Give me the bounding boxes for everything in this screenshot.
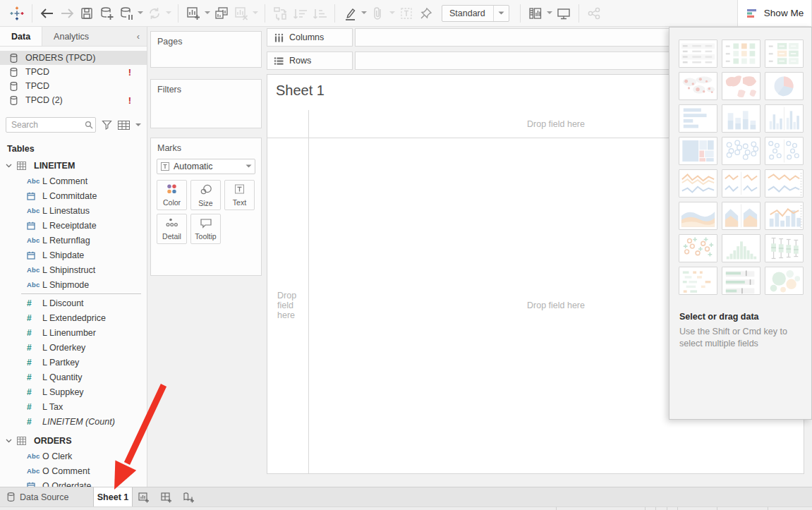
showme-thumb-text-table[interactable] [679, 40, 717, 68]
showme-thumb-side-by-side-bars[interactable] [765, 104, 804, 133]
field-l-partkey[interactable]: #L Partkey [0, 355, 147, 370]
field-l-linenumber[interactable]: #L Linenumber [0, 325, 147, 340]
showme-thumb-heat-map[interactable] [765, 40, 804, 68]
group-members-caret-icon[interactable] [388, 4, 396, 23]
run-update-caret-icon[interactable] [164, 4, 173, 23]
new-story-tab-button[interactable] [178, 487, 200, 506]
field-o-orderdate[interactable]: O Orderdate [0, 478, 147, 487]
datasource-item[interactable]: TPCD [0, 79, 147, 93]
new-worksheet-caret-icon[interactable] [203, 4, 212, 23]
showme-thumb-dual-combination[interactable] [765, 202, 804, 230]
field-l-commitdate[interactable]: L Commitdate [0, 188, 147, 203]
filters-card[interactable]: Filters [150, 79, 262, 128]
highlight-button[interactable] [340, 4, 360, 23]
showme-thumb-bullet-graph[interactable] [722, 267, 761, 295]
search-input[interactable] [6, 117, 96, 133]
showme-thumb-packed-bubbles[interactable] [765, 267, 804, 295]
clear-sheet-caret-icon[interactable] [251, 4, 260, 23]
field-l-shipinstruct[interactable]: AbcL Shipinstruct [0, 262, 147, 277]
field-l-returnflag[interactable]: AbcL Returnflag [0, 233, 147, 248]
showme-thumb-lines-discrete[interactable] [722, 169, 761, 198]
text-button[interactable]: Text [224, 180, 255, 210]
showme-thumb-scatter-plot[interactable] [679, 234, 717, 262]
new-worksheet-tab-button[interactable] [133, 487, 155, 506]
field-l-receiptdate[interactable]: L Receiptdate [0, 218, 147, 233]
table-header-orders[interactable]: ORDERS [0, 433, 147, 449]
datasource-item[interactable]: TPCD (2)! [0, 93, 147, 107]
showme-thumb-horizontal-bars[interactable] [679, 104, 717, 133]
field-l-linestatus[interactable]: AbcL Linestatus [0, 203, 147, 218]
showme-thumb-area-continuous[interactable] [679, 202, 717, 230]
field-o-clerk[interactable]: AbcO Clerk [0, 449, 147, 463]
show-mark-labels-button[interactable] [396, 4, 416, 23]
new-data-source-button[interactable] [97, 4, 116, 23]
undo-button[interactable] [37, 4, 57, 23]
show-hide-cards-button[interactable] [526, 4, 545, 23]
tab-analytics[interactable]: Analytics [42, 27, 100, 46]
showme-thumb-stacked-bars[interactable] [722, 104, 761, 133]
duplicate-sheet-button[interactable] [212, 4, 231, 23]
fit-selector-caret-icon[interactable] [493, 6, 509, 21]
highlight-caret-icon[interactable] [360, 4, 368, 23]
swap-rows-columns-button[interactable] [270, 4, 290, 23]
showme-thumb-dual-lines[interactable] [765, 169, 804, 198]
detail-button[interactable]: Detail [157, 214, 187, 244]
fit-selector[interactable]: Standard [442, 5, 509, 22]
field-l-extendedprice[interactable]: #L Extendedprice [0, 310, 147, 325]
data-source-tab[interactable]: Data Source [0, 487, 86, 506]
view-options-caret-icon[interactable] [135, 123, 141, 127]
field-l-shipdate[interactable]: L Shipdate [0, 248, 147, 262]
field-l-tax[interactable]: #L Tax [0, 399, 147, 414]
field-o-comment[interactable]: AbcO Comment [0, 463, 147, 478]
showme-thumb-pie-chart[interactable] [765, 72, 804, 100]
field-l-suppkey[interactable]: #L Suppkey [0, 384, 147, 399]
field-l-orderkey[interactable]: #L Orderkey [0, 340, 147, 355]
redo-button[interactable] [57, 4, 77, 23]
datasource-item[interactable]: ORDERS (TPCD) [0, 51, 147, 65]
clear-sheet-button[interactable] [231, 4, 251, 23]
tableau-logo[interactable] [7, 4, 27, 23]
run-update-button[interactable] [145, 4, 164, 23]
view-options-icon[interactable] [118, 121, 130, 130]
presentation-mode-button[interactable] [554, 4, 574, 23]
pause-auto-updates-button[interactable] [116, 4, 136, 23]
sort-descending-button[interactable] [310, 4, 329, 23]
save-button[interactable] [77, 4, 97, 23]
sheet-1-tab[interactable]: Sheet 1 [93, 487, 133, 506]
showme-thumb-treemap[interactable] [679, 137, 717, 165]
tab-data[interactable]: Data [0, 27, 42, 46]
tooltip-button[interactable]: Tooltip [190, 214, 221, 244]
showme-thumb-highlight-table[interactable] [722, 40, 761, 68]
color-button[interactable]: Color [157, 180, 187, 210]
showme-thumb-circle-views[interactable] [722, 137, 761, 165]
show-hide-cards-caret-icon[interactable] [545, 4, 554, 23]
pause-updates-caret-icon[interactable] [136, 4, 145, 23]
showme-thumb-lines-continuous[interactable] [679, 169, 717, 198]
new-dashboard-tab-button[interactable] [155, 487, 178, 506]
showme-thumb-box-and-whisker[interactable] [765, 234, 804, 262]
showme-thumb-gantt[interactable] [679, 267, 717, 295]
pages-card[interactable]: Pages [150, 31, 262, 68]
showme-thumb-side-by-side-circles[interactable] [765, 137, 804, 165]
field-l-shipmode[interactable]: AbcL Shipmode [0, 277, 147, 292]
rows-drop-zone[interactable]: Drop field here [267, 138, 308, 473]
fix-axes-button[interactable] [416, 4, 436, 23]
new-worksheet-button[interactable] [183, 4, 203, 23]
share-workbook-button[interactable] [584, 4, 604, 23]
size-button[interactable]: Size [190, 180, 221, 210]
group-members-button[interactable] [368, 4, 388, 23]
field-lineitem-count-[interactable]: #LINEITEM (Count) [0, 414, 147, 429]
field-l-quantity[interactable]: #L Quantity [0, 370, 147, 384]
chevron-down-icon[interactable] [6, 164, 16, 168]
filter-fields-icon[interactable] [102, 120, 112, 130]
showme-thumb-area-discrete[interactable] [722, 202, 761, 230]
show-me-button[interactable]: Show Me [737, 0, 812, 27]
datasource-item[interactable]: TPCD! [0, 65, 147, 79]
chevron-down-icon[interactable] [6, 439, 16, 443]
sort-ascending-button[interactable] [290, 4, 310, 23]
collapse-pane-icon[interactable]: ‹ [130, 27, 147, 46]
field-l-comment[interactable]: AbcL Comment [0, 174, 147, 188]
table-header-lineitem[interactable]: LINEITEM [0, 158, 147, 174]
showme-thumb-filled-map[interactable] [722, 72, 761, 100]
mark-type-dropdown[interactable]: Automatic [157, 159, 255, 174]
